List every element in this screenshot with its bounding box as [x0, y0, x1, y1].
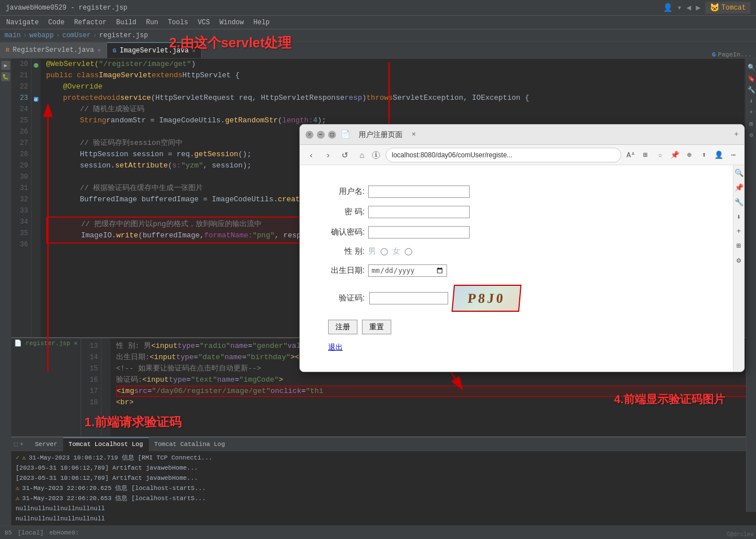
title-bar: javawebHome0529 - register.jsp 👤 ▾ ◀ ▶ 🐱… — [0, 0, 756, 16]
gender-male-radio[interactable] — [381, 248, 388, 255]
tomcat-label: Tomcat — [722, 4, 746, 12]
form-row-gender: 性 别: 男 女 — [328, 246, 705, 257]
nav-home[interactable]: ⌂ — [355, 148, 369, 162]
rs-search[interactable]: 🔍 — [748, 63, 755, 71]
url-bar[interactable] — [386, 148, 621, 162]
nav-forward[interactable]: › — [321, 148, 335, 162]
text-icon[interactable]: ⊞ — [639, 149, 652, 161]
java-icon: R — [6, 47, 10, 54]
browser-nav: ‹ › ↺ ⌂ ℹ Aᴬ ⊞ ☆ 📌 ⊕ ⬆ 👤 ⋯ — [300, 145, 744, 165]
form-container: 用户名: 密 码: 确认密码: 性 别: 男 女 — [300, 165, 733, 372]
tab-tomcat-log[interactable]: Tomcat Localhost Log — [63, 438, 149, 451]
line-numbers: 20 21 22 23 24 25 26 27 28 29 30 31 32 3… — [11, 59, 32, 337]
menu-window[interactable]: Window — [216, 17, 247, 28]
nav-refresh[interactable]: ↺ — [338, 148, 352, 162]
debug-icon[interactable]: 🐛 — [1, 72, 10, 81]
scroll-pin[interactable]: 📌 — [735, 183, 744, 192]
fav-icon[interactable]: 📌 — [669, 149, 681, 161]
breadcrumb-main[interactable]: main — [5, 32, 21, 39]
tab-catalina-log[interactable]: Tomcat Catalina Log — [149, 438, 231, 451]
share-icon[interactable]: ⬆ — [698, 149, 710, 161]
rs-bookmark[interactable]: 🔖 — [748, 74, 755, 82]
more-icon[interactable]: ⋯ — [727, 149, 740, 161]
g-icon2: G — [712, 51, 716, 58]
run-icon[interactable]: ▶ — [1, 61, 10, 70]
user-profile[interactable]: 👤 — [713, 149, 725, 161]
tab-pagein[interactable]: G PageIn... — [708, 51, 756, 58]
rs-tools[interactable]: 🔧 — [748, 86, 755, 94]
rs-settings[interactable]: ⚙ — [748, 131, 755, 139]
bottom-tabs: ⬚ + Server Tomcat Localhost Log Tomcat C… — [11, 438, 756, 451]
gender-male-text: 男 — [368, 246, 376, 257]
confirm-label: 确认密码: — [328, 227, 365, 237]
nav-arrows: ◀ ▶ — [687, 3, 701, 12]
code-markers: @ — [32, 59, 41, 337]
reader-icon[interactable]: Aᴬ — [625, 149, 637, 161]
tab-server[interactable]: Server — [29, 438, 63, 451]
breadcrumb-webapp[interactable]: webapp — [29, 32, 54, 39]
menu-navigate[interactable]: Navigate — [3, 17, 42, 28]
menu-help[interactable]: Help — [250, 17, 273, 28]
rs-plus[interactable]: + — [748, 108, 755, 116]
code-line-23: protected void service(HttpServletReques… — [46, 92, 739, 104]
logout-link[interactable]: 退出 — [328, 342, 343, 352]
breadcrumb-comuser[interactable]: comUser — [62, 32, 90, 39]
browser-body: 用户名: 密 码: 确认密码: 性 别: 男 女 — [300, 165, 744, 372]
browser-tab-close[interactable]: × — [412, 130, 416, 139]
scroll-tool[interactable]: 🔧 — [735, 198, 744, 207]
form-row-logout: 退出 — [328, 342, 705, 352]
scroll-plus[interactable]: + — [737, 227, 741, 236]
reset-button[interactable]: 重置 — [362, 320, 391, 334]
scroll-down-arrow[interactable]: ⬇ — [737, 213, 741, 222]
code-line-21: public class ImageServlet extends HttpSe… — [46, 70, 739, 81]
gender-female-text: 女 — [392, 246, 400, 257]
nav-back[interactable]: ‹ — [304, 148, 318, 162]
menu-code[interactable]: Code — [45, 17, 68, 28]
captcha-input[interactable] — [369, 292, 448, 304]
browser-max-btn[interactable]: □ — [328, 131, 336, 139]
confirm-input[interactable] — [368, 226, 470, 238]
form-row-confirm: 确认密码: — [328, 226, 705, 238]
marker-at: @ — [34, 97, 38, 101]
form-row-password: 密 码: — [328, 206, 705, 218]
bottom-server-panel: ⬚ + Server Tomcat Localhost Log Tomcat C… — [11, 436, 756, 525]
menu-tools[interactable]: Tools — [165, 17, 192, 28]
browser-page-icon: 📄 — [341, 130, 354, 139]
app-title: javawebHome0529 - register.jsp — [6, 4, 127, 12]
menu-run[interactable]: Run — [143, 17, 162, 28]
rs-arrow-down[interactable]: ⬇ — [748, 97, 755, 105]
form-row-buttons: 注册 重置 — [328, 320, 705, 334]
username-label: 用户名: — [328, 187, 365, 197]
browser-titlebar: × − □ 📄 用户注册页面 × + — [300, 125, 744, 145]
star-icon[interactable]: ☆ — [654, 149, 666, 161]
username-input[interactable] — [368, 185, 470, 198]
scroll-gear[interactable]: ⚙ — [737, 256, 741, 265]
ssl-icon: ℹ — [372, 151, 380, 159]
scroll-search[interactable]: 🔍 — [735, 169, 744, 178]
browser-close-btn[interactable]: × — [306, 131, 313, 139]
password-input[interactable] — [368, 206, 470, 218]
tab-registerservlet[interactable]: R RegisterServlet.java ✕ — [0, 42, 107, 58]
gender-radio-group: 男 女 — [368, 246, 412, 257]
status-local: [local] — [17, 529, 43, 536]
log-3: [2023-05-31 10:06:12,789] Artifact javaw… — [16, 473, 751, 483]
register-form: 用户名: 密 码: 确认密码: 性 别: 男 女 — [311, 174, 722, 372]
ext-icon[interactable]: ⊕ — [683, 149, 696, 161]
browser-popup: × − □ 📄 用户注册页面 × + ‹ › ↺ ⌂ ℹ Aᴬ ⊞ ☆ 📌 ⊕ … — [299, 124, 745, 372]
tab-close-registerservlet[interactable]: ✕ — [98, 47, 101, 54]
scroll-grid[interactable]: ⊞ — [737, 241, 741, 250]
browser-min-btn[interactable]: − — [317, 131, 325, 139]
menu-refactor[interactable]: Refactor — [70, 17, 110, 28]
menu-build[interactable]: Build — [113, 17, 140, 28]
register-button[interactable]: 注册 — [328, 320, 357, 334]
form-row-username: 用户名: — [328, 185, 705, 198]
birthday-input[interactable] — [368, 264, 447, 277]
captcha-image[interactable]: P8J0 — [452, 285, 521, 312]
rs-layout[interactable]: ⊞ — [748, 120, 755, 127]
gender-female-radio[interactable] — [405, 248, 412, 255]
file-tab-register[interactable]: 📄 register.jsp ✕ — [11, 338, 81, 436]
annotation-1: 1.前端请求验证码 — [85, 414, 182, 431]
menu-vcs[interactable]: VCS — [194, 17, 214, 28]
browser-new-tab[interactable]: + — [734, 130, 739, 139]
watermark: ©@drclev — [727, 532, 754, 538]
